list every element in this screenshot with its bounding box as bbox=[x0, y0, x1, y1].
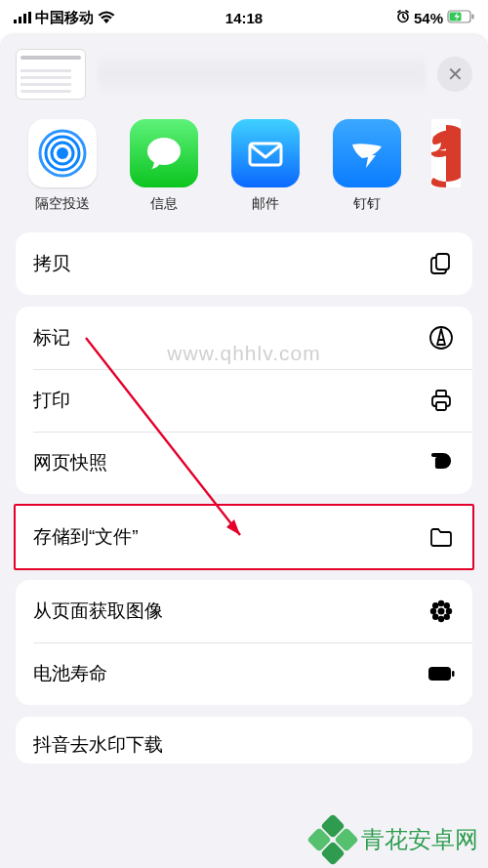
app-dingtalk[interactable]: 钉钉 bbox=[330, 119, 404, 213]
carrier-label: 中国移动 bbox=[35, 9, 94, 27]
svg-rect-17 bbox=[436, 391, 446, 396]
svg-point-8 bbox=[57, 147, 68, 159]
mail-icon bbox=[231, 119, 300, 187]
svg-point-27 bbox=[444, 614, 450, 620]
snapshot-icon bbox=[427, 449, 455, 476]
battery-pct-label: 54% bbox=[414, 10, 443, 26]
svg-point-21 bbox=[438, 616, 444, 622]
action-get-images[interactable]: 从页面获取图像 bbox=[16, 580, 472, 642]
action-group-cutoff: 抖音去水印下载 bbox=[16, 717, 472, 764]
messages-icon bbox=[130, 119, 198, 187]
app-more-icon bbox=[431, 119, 461, 187]
status-right: 54% bbox=[396, 10, 474, 26]
svg-rect-1 bbox=[19, 17, 21, 23]
action-save-to-files-label: 存储到“文件” bbox=[33, 524, 139, 550]
action-markup-label: 标记 bbox=[33, 325, 70, 351]
share-apps-row[interactable]: 隔空投送 信息 邮件 钉钉 bbox=[0, 111, 488, 232]
status-left: 中国移动 bbox=[14, 9, 115, 27]
svg-rect-0 bbox=[14, 20, 17, 23]
app-messages-label: 信息 bbox=[150, 195, 178, 213]
action-snapshot-label: 网页快照 bbox=[33, 450, 107, 475]
action-group-extra: 从页面获取图像 电池寿命 bbox=[16, 580, 472, 705]
highlight-save-to-files: 存储到“文件” bbox=[14, 504, 474, 570]
action-copy[interactable]: 拷贝 bbox=[16, 232, 472, 295]
close-icon: ✕ bbox=[447, 62, 464, 86]
airdrop-icon bbox=[28, 119, 97, 187]
folder-icon bbox=[427, 523, 455, 551]
action-douyin-download-label: 抖音去水印下载 bbox=[33, 732, 163, 758]
svg-rect-2 bbox=[23, 14, 26, 23]
svg-point-24 bbox=[432, 602, 438, 608]
svg-rect-18 bbox=[436, 402, 446, 410]
action-snapshot[interactable]: 网页快照 bbox=[16, 432, 472, 494]
status-bar: 中国移动 14:18 54% bbox=[0, 0, 488, 35]
svg-point-19 bbox=[438, 608, 445, 615]
app-more-partial[interactable] bbox=[431, 119, 461, 213]
signal-icon bbox=[14, 10, 31, 26]
app-airdrop[interactable]: 隔空投送 bbox=[25, 119, 100, 213]
clock-label: 14:18 bbox=[225, 10, 263, 26]
svg-point-23 bbox=[446, 608, 452, 614]
app-airdrop-label: 隔空投送 bbox=[35, 195, 90, 213]
close-button[interactable]: ✕ bbox=[437, 57, 472, 92]
svg-point-20 bbox=[438, 600, 444, 606]
markup-icon bbox=[427, 324, 455, 351]
copy-icon bbox=[427, 250, 455, 277]
action-battery-life[interactable]: 电池寿命 bbox=[16, 642, 472, 705]
svg-point-12 bbox=[147, 138, 181, 165]
action-save-to-files[interactable]: 存储到“文件” bbox=[16, 506, 472, 568]
action-douyin-download[interactable]: 抖音去水印下载 bbox=[16, 717, 472, 764]
flower-icon bbox=[427, 598, 455, 625]
douyin-icon bbox=[427, 732, 455, 760]
action-group-tools: 标记 打印 网页快照 bbox=[16, 307, 472, 494]
battery-full-icon bbox=[427, 660, 455, 687]
action-get-images-label: 从页面获取图像 bbox=[33, 599, 163, 624]
action-copy-label: 拷贝 bbox=[33, 251, 70, 276]
svg-point-22 bbox=[430, 608, 436, 614]
share-sheet: ✕ 隔空投送 信息 邮件 钉钉 bbox=[0, 35, 488, 868]
action-print-label: 打印 bbox=[33, 388, 70, 413]
action-battery-life-label: 电池寿命 bbox=[33, 661, 107, 686]
svg-rect-28 bbox=[428, 667, 451, 681]
svg-rect-6 bbox=[472, 14, 474, 19]
action-markup[interactable]: 标记 bbox=[16, 307, 472, 369]
svg-rect-14 bbox=[436, 254, 449, 269]
svg-rect-29 bbox=[452, 671, 455, 677]
wifi-icon bbox=[98, 10, 115, 26]
preview-thumbnail[interactable] bbox=[16, 49, 86, 100]
dingtalk-icon bbox=[333, 119, 401, 187]
svg-point-25 bbox=[444, 602, 450, 608]
preview-row: ✕ bbox=[0, 35, 488, 111]
battery-icon bbox=[447, 10, 474, 26]
action-print[interactable]: 打印 bbox=[16, 369, 472, 432]
print-icon bbox=[427, 387, 455, 414]
app-mail-label: 邮件 bbox=[252, 195, 279, 213]
svg-point-26 bbox=[432, 614, 438, 620]
app-dingtalk-label: 钉钉 bbox=[353, 195, 381, 213]
app-messages[interactable]: 信息 bbox=[127, 119, 201, 213]
app-mail[interactable]: 邮件 bbox=[228, 119, 303, 213]
preview-title-blurred bbox=[98, 53, 426, 96]
alarm-icon bbox=[396, 10, 410, 26]
svg-rect-3 bbox=[28, 12, 31, 23]
action-group-copy: 拷贝 bbox=[16, 232, 472, 295]
